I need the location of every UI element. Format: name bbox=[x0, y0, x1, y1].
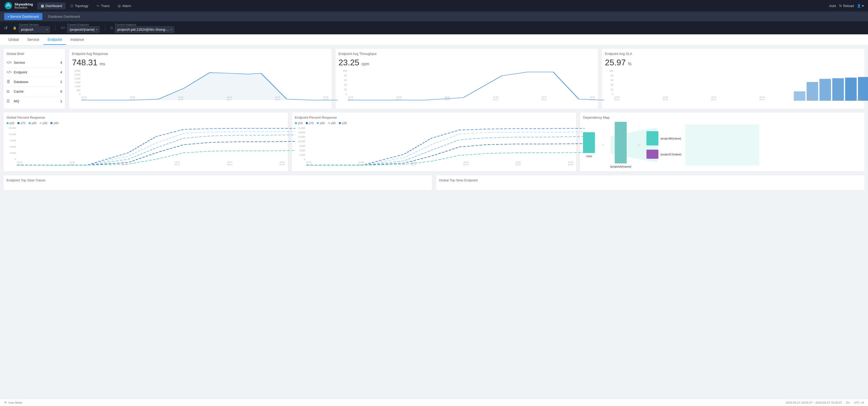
divider-2 bbox=[105, 25, 105, 31]
nav-dashboard[interactable]: ▦ Dashboard bbox=[37, 2, 66, 9]
logo-name: Skywalking bbox=[14, 2, 33, 6]
brief-mq: ☰ MQ 1 bbox=[6, 96, 62, 106]
top-row: Global Brief </> Service 4 </> Endpoint … bbox=[3, 49, 865, 109]
service-dash-icon: ▪ bbox=[8, 14, 9, 19]
top-navigation: Skywalking Rocketbot ▦ Dashboard ⬡ Topol… bbox=[0, 0, 868, 11]
epr-legend-p95: p95 bbox=[328, 121, 336, 125]
global-brief-card: Global Brief </> Service 4 </> Endpoint … bbox=[3, 49, 65, 109]
tab-instance[interactable]: Instance bbox=[66, 35, 88, 45]
legend-p99: p99 bbox=[51, 121, 58, 125]
user-menu[interactable]: 👤 ▾ bbox=[857, 4, 864, 8]
endpoint-selector: </> Current Endpoint /projectA/{name} ▾ bbox=[61, 23, 100, 33]
brief-database-count: 1 bbox=[60, 80, 62, 84]
brief-service: </> Service 4 bbox=[6, 58, 62, 67]
dep-label-projectB: /projectB/{value} bbox=[660, 137, 681, 140]
dep-node-user: User bbox=[583, 132, 595, 158]
brief-endpoint: </> Endpoint 4 bbox=[6, 67, 62, 77]
endpoint-icon: </> bbox=[6, 70, 12, 74]
epr-legend-dot-p90 bbox=[317, 122, 319, 124]
dep-node-projectC: /projectC/{value} bbox=[646, 150, 682, 159]
legend-p90: p90 bbox=[29, 121, 36, 125]
instance-selector: ⊡ Current Instance projectA-pid:12624@Wu… bbox=[110, 23, 174, 33]
chevron-down-icon-3: ▾ bbox=[170, 28, 172, 31]
code-icon: </> bbox=[61, 26, 65, 30]
endpoint-avg-throughput-title: Endpoint Avg Throughput bbox=[339, 52, 595, 56]
nav-alarm[interactable]: ◎ Alarm bbox=[114, 2, 135, 9]
service-dropdown[interactable]: projectA ▾ bbox=[19, 26, 50, 33]
alarm-icon: ◎ bbox=[118, 4, 121, 8]
service-selector: 🔒 Current Service projectA ▾ bbox=[13, 23, 50, 33]
endpoint-top-slow-traces-card: Endpoint Top Slow Traces bbox=[3, 175, 432, 191]
brief-cache-name: Cache bbox=[14, 89, 60, 93]
dep-bar-projectC bbox=[646, 150, 658, 159]
service-dashboard-tab[interactable]: ▪ Service Dashboard bbox=[4, 13, 42, 20]
main-content: Global Brief </> Service 4 </> Endpoint … bbox=[0, 45, 868, 201]
global-percent-response-legend: p50 p75 p90 p95 p99 bbox=[6, 121, 285, 125]
global-percent-response-card: Global Percent Response p50 p75 p90 p95 bbox=[3, 112, 288, 172]
endpoint-selector-label: Current Endpoint bbox=[67, 23, 100, 26]
brief-cache: ⊟ Cache 0 bbox=[6, 87, 62, 96]
dependency-map-title: Dependency Map bbox=[583, 116, 862, 119]
legend-p75: p75 bbox=[18, 121, 25, 125]
endpoint-avg-response-value-area: 748.31 ms bbox=[72, 58, 329, 67]
global-percent-response-title: Global Percent Response bbox=[6, 116, 285, 119]
epr-legend-p90: p90 bbox=[317, 121, 324, 125]
brief-mq-name: MQ bbox=[14, 99, 60, 103]
dep-label-projectA: /projectA/{name} bbox=[610, 165, 631, 168]
brief-database-name: Database bbox=[14, 80, 60, 84]
dep-bar-projectB bbox=[646, 131, 658, 145]
dep-bar-projectA bbox=[615, 122, 627, 164]
service-selector-label: Current Service bbox=[19, 23, 50, 26]
database-dashboard-tab[interactable]: Database Dashboard bbox=[44, 13, 84, 20]
nav-right: Auto ↻ Reload 👤 ▾ bbox=[829, 4, 864, 8]
brief-service-count: 4 bbox=[60, 61, 62, 64]
bottom-panels-row: Endpoint Top Slow Traces Global Top Slow… bbox=[3, 175, 865, 191]
dashboard-icon: ▦ bbox=[41, 4, 44, 8]
epr-legend-p75: p75 bbox=[306, 121, 314, 125]
reload-button[interactable]: ↻ Reload bbox=[839, 4, 854, 8]
endpoint-dropdown[interactable]: /projectA/{name} ▾ bbox=[67, 26, 100, 33]
tab-service[interactable]: Service bbox=[23, 35, 43, 45]
endpoint-percent-response-card: Endpoint Percent Response p50 p75 p90 p9… bbox=[291, 112, 577, 172]
instance-dropdown[interactable]: projectA-pid:12624@Wu-Sheng-... ▾ bbox=[115, 26, 174, 33]
legend-dot-p90 bbox=[29, 122, 31, 124]
logo: Skywalking Rocketbot bbox=[4, 2, 33, 10]
nav-items: ▦ Dashboard ⬡ Topology ⤳ Trace ◎ Alarm bbox=[37, 2, 829, 9]
refresh-button[interactable]: ↺ bbox=[4, 26, 7, 30]
endpoint-avg-sla-card: Endpoint Avg SLA 25.97 % 100806040200 bbox=[601, 49, 865, 109]
endpoint-avg-response-card: Endpoint Avg Response 748.31 ms 3,0002,5… bbox=[69, 49, 332, 109]
dep-node-projectA: /projectA/{name} bbox=[610, 122, 631, 168]
global-top-slow-endpoint-title: Global Top Slow Endpoint bbox=[439, 178, 862, 182]
legend-dot-p75 bbox=[18, 122, 20, 124]
nav-topology[interactable]: ⬡ Topology bbox=[67, 2, 92, 9]
endpoint-avg-throughput-unit: cpm bbox=[362, 62, 369, 66]
endpoint-avg-throughput-chart: 100806040200 18:2504-27 18:2804-27 18:31… bbox=[339, 69, 595, 101]
epr-legend-dot-p95 bbox=[328, 122, 330, 124]
brief-endpoint-count: 4 bbox=[60, 70, 62, 74]
dep-label-projectC: /projectC/{value} bbox=[660, 153, 682, 156]
second-row: Global Percent Response p50 p75 p90 p95 bbox=[3, 112, 865, 172]
endpoint-avg-response-chart: 3,0002,5002,0001,5001,0005000 18:2504-27… bbox=[72, 69, 329, 101]
dep-node-projectB: /projectB/{value} bbox=[646, 131, 682, 145]
reload-icon: ↻ bbox=[839, 4, 842, 8]
mq-icon: ☰ bbox=[6, 99, 12, 103]
dep-label-user: User bbox=[586, 154, 592, 158]
endpoint-avg-throughput-value: 23.25 bbox=[339, 58, 360, 67]
nav-trace[interactable]: ⤳ Trace bbox=[93, 2, 113, 9]
tab-endpoint[interactable]: Endpoint bbox=[43, 35, 66, 45]
selector-bar: ↺ 🔒 Current Service projectA ▾ </> Curre… bbox=[0, 21, 868, 34]
auto-label: Auto bbox=[829, 4, 836, 8]
dep-arrow-1: → bbox=[600, 142, 605, 148]
service-icon: </> bbox=[6, 60, 12, 64]
brief-database: 🗄 Database 1 bbox=[6, 77, 62, 87]
trace-icon: ⤳ bbox=[96, 4, 99, 8]
endpoint-top-slow-traces-title: Endpoint Top Slow Traces bbox=[6, 178, 429, 182]
legend-p95: p95 bbox=[39, 121, 47, 125]
endpoint-percent-response-legend: p50 p75 p90 p95 p99 bbox=[295, 121, 574, 125]
topology-icon: ⬡ bbox=[70, 4, 73, 8]
svg-marker-8 bbox=[685, 124, 760, 166]
brief-cache-count: 0 bbox=[60, 89, 62, 93]
tab-global[interactable]: Global bbox=[4, 35, 23, 45]
instance-icon: ⊡ bbox=[110, 26, 113, 30]
legend-dot-p50 bbox=[6, 122, 8, 124]
